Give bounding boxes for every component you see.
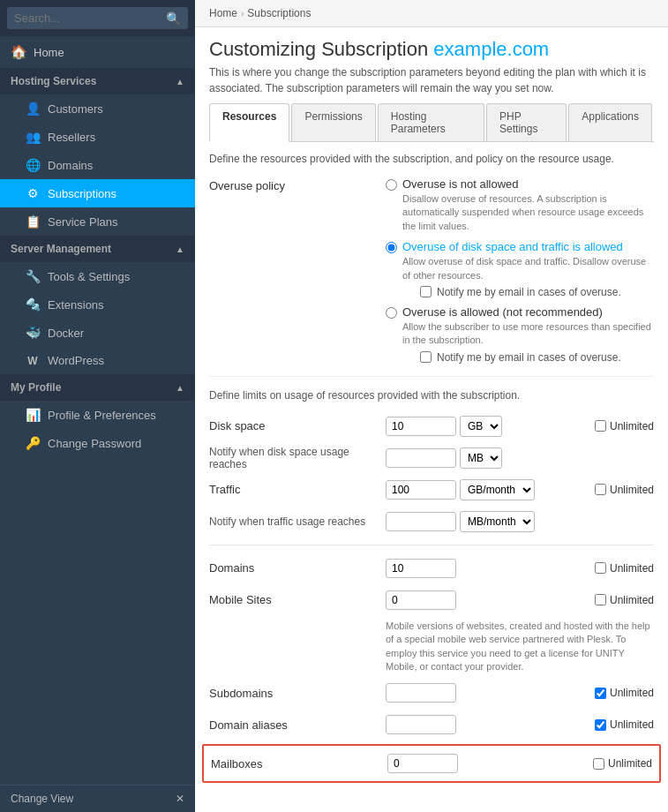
tab-hosting-parameters[interactable]: Hosting Parameters — [378, 103, 484, 141]
domain-aliases-unlimited-checkbox[interactable] — [595, 719, 606, 731]
tab-resources[interactable]: Resources — [209, 103, 289, 142]
my-profile-label: My Profile — [11, 381, 61, 394]
domains-row: Domains Unlimited — [209, 556, 654, 581]
domains-input[interactable] — [386, 559, 456, 578]
domain-aliases-label: Domain aliases — [209, 718, 386, 732]
notify-traffic-unit-select[interactable]: MB/monthGB/month — [460, 511, 535, 532]
notify-traffic-label: Notify when traffic usage reaches — [209, 515, 386, 528]
sidebar-section-hosting-services[interactable]: Hosting Services ▲ — [0, 68, 195, 94]
search-icon: 🔍 — [166, 11, 181, 26]
sidebar-item-customers[interactable]: 👤 Customers — [0, 94, 195, 123]
overuse-not-allowed-label: Overuse is not allowed — [402, 177, 654, 191]
mobile-sites-note: Mobile versions of websites, created and… — [386, 620, 654, 674]
sidebar-section-my-profile[interactable]: My Profile ▲ — [0, 374, 195, 401]
tab-php-settings[interactable]: PHP Settings — [486, 103, 567, 141]
notify-disk-unit-select[interactable]: MBGB — [460, 447, 502, 469]
overuse-policy-row: Overuse policy Overuse is not allowed Di… — [209, 177, 654, 364]
disk-space-input-group: GBMB — [386, 416, 584, 437]
subdomains-unlimited-label: Unlimited — [610, 687, 654, 699]
disk-space-input[interactable] — [386, 417, 456, 436]
mailboxes-input-group — [387, 754, 582, 773]
subscriptions-icon: ⚙ — [25, 186, 41, 200]
overuse-disk-traffic-desc: Allow overuse of disk space and traffic.… — [402, 255, 654, 282]
hosting-services-arrow: ▲ — [176, 77, 184, 86]
disk-space-unlimited-label: Unlimited — [610, 420, 654, 432]
breadcrumb-home[interactable]: Home — [209, 7, 237, 19]
sidebar-item-change-password[interactable]: 🔑 Change Password — [0, 429, 195, 457]
domain-aliases-input[interactable] — [386, 715, 456, 734]
resellers-label: Resellers — [48, 131, 95, 144]
mobile-sites-unlimited: Unlimited — [595, 594, 654, 606]
server-management-arrow: ▲ — [176, 244, 184, 254]
page-subtitle: This is where you change the subscriptio… — [209, 64, 654, 96]
mailboxes-label: Mailboxes — [211, 757, 387, 771]
sidebar-item-wordpress[interactable]: W WordPress — [0, 347, 195, 374]
mobile-sites-unlimited-label: Unlimited — [610, 594, 654, 606]
overuse-radio-disk-traffic[interactable] — [386, 242, 397, 253]
overuse-option-allowed: Overuse is allowed (not recommended) All… — [386, 305, 654, 364]
tab-permissions[interactable]: Permissions — [291, 103, 375, 141]
domain-aliases-row: Domain aliases Unlimited — [209, 712, 654, 737]
sidebar-item-subscriptions[interactable]: ⚙ Subscriptions — [0, 179, 195, 207]
notify-traffic-input[interactable] — [386, 512, 456, 531]
sidebar-item-docker[interactable]: 🐳 Docker — [0, 319, 195, 347]
traffic-unlimited-checkbox[interactable] — [595, 484, 606, 495]
breadcrumb-subscriptions: Subscriptions — [247, 7, 311, 19]
tools-icon: 🔧 — [25, 269, 41, 283]
page-title-domain[interactable]: example.com — [433, 38, 549, 60]
sidebar-item-home[interactable]: 🏠 Home — [0, 36, 195, 68]
sidebar-item-service-plans[interactable]: 📋 Service Plans — [0, 207, 195, 236]
mobile-sites-input[interactable] — [386, 590, 456, 610]
server-management-label: Server Management — [11, 243, 111, 255]
domains-label: Domains — [48, 159, 93, 172]
mobile-sites-unlimited-checkbox[interactable] — [595, 594, 606, 605]
sidebar: 🔍 🏠 Home Hosting Services ▲ 👤 Customers … — [0, 0, 195, 812]
traffic-unit-select[interactable]: GB/monthMB/month — [460, 479, 535, 500]
page-header: Customizing Subscription example.com Thi… — [195, 27, 668, 103]
disk-space-unlimited-checkbox[interactable] — [595, 420, 606, 432]
sidebar-section-server-management[interactable]: Server Management ▲ — [0, 236, 195, 262]
domains-unlimited-checkbox[interactable] — [595, 562, 606, 574]
overuse-allowed-notify-checkbox[interactable] — [420, 351, 432, 363]
customers-icon: 👤 — [25, 102, 41, 116]
overuse-disk-traffic-notify-label: Notify me by email in cases of overuse. — [437, 286, 621, 298]
traffic-input[interactable] — [386, 480, 456, 500]
tools-settings-label: Tools & Settings — [48, 270, 130, 283]
sidebar-footer-change-view[interactable]: Change View ✕ — [0, 785, 195, 812]
section-divider-2 — [209, 545, 654, 545]
change-view-close-icon: ✕ — [176, 793, 184, 805]
sidebar-item-domains[interactable]: 🌐 Domains — [0, 151, 195, 179]
sidebar-item-profile-preferences[interactable]: 📊 Profile & Preferences — [0, 401, 195, 429]
change-view-label: Change View — [11, 793, 73, 805]
overuse-radio-not-allowed[interactable] — [386, 179, 397, 191]
disk-space-unit-select[interactable]: GBMB — [460, 416, 502, 437]
domains-unlimited: Unlimited — [595, 562, 654, 575]
mailboxes-input[interactable] — [387, 754, 458, 773]
overuse-option-not-allowed: Overuse is not allowed Disallow overuse … — [386, 177, 654, 233]
overuse-policy-label: Overuse policy — [209, 177, 386, 192]
page-title-prefix: Customizing Subscription — [209, 38, 428, 60]
mailboxes-unlimited-label: Unlimited — [608, 757, 652, 770]
subscriptions-label: Subscriptions — [48, 187, 116, 200]
subdomains-label: Subdomains — [209, 687, 386, 700]
search-input[interactable] — [7, 7, 188, 29]
notify-disk-input-group: MBGB — [386, 447, 654, 469]
sidebar-item-extensions[interactable]: 🔩 Extensions — [0, 290, 195, 319]
docker-label: Docker — [48, 327, 84, 340]
overuse-disk-traffic-notify-checkbox[interactable] — [420, 286, 432, 297]
notify-disk-input[interactable] — [386, 448, 456, 468]
mailboxes-unlimited-checkbox[interactable] — [593, 758, 604, 770]
domain-aliases-unlimited: Unlimited — [595, 718, 654, 731]
mobile-sites-row: Mobile Sites Unlimited — [209, 588, 654, 613]
subdomains-input[interactable] — [386, 683, 456, 703]
domain-aliases-input-group — [386, 715, 584, 734]
subdomains-unlimited-checkbox[interactable] — [595, 688, 606, 699]
sidebar-item-tools-settings[interactable]: 🔧 Tools & Settings — [0, 262, 195, 290]
breadcrumb: Home › Subscriptions — [195, 0, 668, 27]
profile-preferences-label: Profile & Preferences — [48, 409, 156, 422]
tab-applications[interactable]: Applications — [568, 103, 652, 141]
notify-traffic-row: Notify when traffic usage reaches MB/mon… — [209, 509, 654, 534]
sidebar-item-resellers[interactable]: 👥 Resellers — [0, 123, 195, 151]
overuse-disk-traffic-notify-option: Notify me by email in cases of overuse. — [420, 286, 654, 298]
overuse-radio-allowed[interactable] — [386, 307, 397, 319]
